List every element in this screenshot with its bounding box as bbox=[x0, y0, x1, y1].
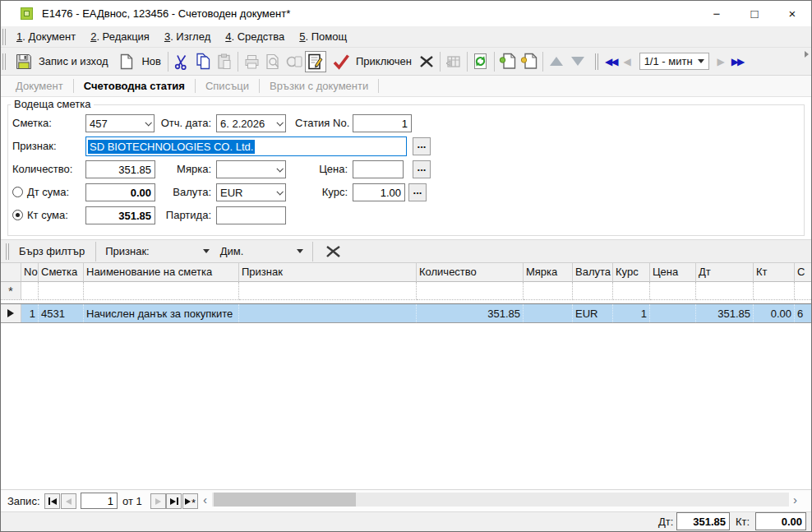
print-button[interactable] bbox=[241, 51, 262, 72]
cell-account[interactable]: 4531 bbox=[39, 304, 84, 322]
grid-header-rate[interactable]: Курс bbox=[613, 263, 650, 282]
cell-currency[interactable]: EUR bbox=[573, 304, 613, 322]
document-green-button[interactable] bbox=[497, 51, 519, 72]
cell-attribute[interactable] bbox=[239, 304, 417, 322]
account-combobox[interactable]: 457 bbox=[85, 114, 155, 132]
maximize-button[interactable]: □ bbox=[736, 1, 773, 26]
tab-schetovodna-statia[interactable]: Счетоводна статия bbox=[74, 79, 196, 93]
debit-sum-input[interactable] bbox=[85, 183, 155, 201]
horizontal-scrollbar[interactable] bbox=[212, 493, 789, 507]
credit-sum-radio[interactable] bbox=[12, 210, 23, 220]
close-icon: × bbox=[789, 7, 796, 21]
grid-header-extra[interactable]: С bbox=[795, 263, 811, 282]
grid-header-account[interactable]: Сметка bbox=[39, 263, 84, 282]
scroll-right-icon[interactable]: › bbox=[793, 493, 797, 507]
last-record-button[interactable]: ▶▶ bbox=[728, 56, 746, 67]
menu-item-dokument[interactable]: 1. Документ bbox=[9, 28, 83, 46]
attach-button[interactable] bbox=[284, 51, 305, 72]
menubar-grip[interactable] bbox=[2, 29, 6, 45]
price-input[interactable] bbox=[353, 160, 404, 178]
grid-header-attribute[interactable]: Признак bbox=[239, 263, 417, 282]
rate-input[interactable] bbox=[353, 183, 405, 201]
attribute-input[interactable]: SD BIOTECHNOLOGIES CO. Ltd. bbox=[85, 136, 407, 156]
currency-combobox[interactable]: EUR bbox=[216, 183, 286, 201]
cell-extra[interactable]: 6 bbox=[795, 304, 811, 322]
report-date-combobox[interactable]: 6. 2.2026 bbox=[216, 114, 286, 132]
new-row-button[interactable]: * bbox=[182, 493, 198, 509]
cell-debit[interactable]: 351.85 bbox=[696, 304, 754, 322]
rate-lookup-button[interactable]: ... bbox=[408, 183, 427, 201]
credit-sum-input[interactable] bbox=[85, 206, 155, 224]
filter-dim-combobox[interactable] bbox=[248, 243, 306, 260]
tab-dokument[interactable]: Документ bbox=[6, 79, 74, 93]
tab-vrazki-s-dokumenti[interactable]: Връзки с документи bbox=[260, 79, 379, 93]
document-yellow-button[interactable] bbox=[519, 51, 540, 72]
menu-item-pomosht[interactable]: 5. Помощ bbox=[292, 28, 354, 46]
delete-button[interactable] bbox=[416, 51, 437, 72]
menu-item-izgled[interactable]: 3. Изглед bbox=[157, 28, 218, 46]
toolbar-grip[interactable] bbox=[2, 53, 6, 70]
quantity-input[interactable] bbox=[85, 160, 155, 178]
last-row-button[interactable] bbox=[166, 493, 182, 509]
clear-filter-button[interactable] bbox=[324, 244, 342, 259]
next-row-button[interactable] bbox=[150, 493, 166, 509]
cell-quantity[interactable]: 351.85 bbox=[417, 304, 524, 322]
price-lookup-button[interactable]: ... bbox=[413, 160, 431, 178]
grid-header-quantity[interactable]: Количество bbox=[417, 263, 524, 282]
grid-new-row[interactable]: * bbox=[1, 282, 811, 300]
record-number-input[interactable] bbox=[81, 493, 118, 509]
edit-icon bbox=[307, 53, 324, 70]
first-record-button[interactable]: ◀◀ bbox=[602, 56, 620, 67]
journal-button[interactable] bbox=[443, 51, 464, 72]
grid-header-account-name[interactable]: Наименование на сметка bbox=[84, 263, 239, 282]
move-up-button[interactable] bbox=[546, 51, 567, 72]
completed-toggle[interactable]: Приключен bbox=[326, 50, 416, 73]
tab-spisatsi[interactable]: Списъци bbox=[196, 79, 260, 93]
minimize-button[interactable]: − bbox=[698, 1, 736, 26]
cell-unit[interactable] bbox=[524, 304, 573, 322]
batch-input[interactable] bbox=[216, 206, 286, 224]
debit-sum-radio[interactable] bbox=[12, 187, 23, 197]
move-down-button[interactable] bbox=[567, 51, 588, 72]
grid-header-currency[interactable]: Валута bbox=[573, 263, 613, 282]
print-preview-button[interactable] bbox=[262, 51, 284, 72]
previous-row-button[interactable] bbox=[61, 493, 76, 509]
new-row-indicator[interactable]: * bbox=[1, 282, 21, 300]
grid-selected-row[interactable]: 1 4531 Начислен данък за покупките 351.8… bbox=[1, 303, 811, 323]
new-button[interactable]: Нов bbox=[112, 50, 165, 73]
cell-price[interactable] bbox=[650, 304, 696, 322]
refresh-button[interactable] bbox=[470, 51, 491, 72]
grid-header-no[interactable]: No. bbox=[21, 263, 39, 282]
paste-button[interactable] bbox=[214, 51, 235, 72]
grid-header-credit[interactable]: Кт bbox=[754, 263, 795, 282]
scrollbar-thumb[interactable] bbox=[214, 493, 356, 507]
attribute-lookup-button[interactable]: ... bbox=[413, 137, 431, 155]
toolbar-overflow-icon[interactable] bbox=[805, 51, 809, 58]
scroll-left-icon[interactable]: ‹ bbox=[203, 493, 207, 507]
grid-header-price[interactable]: Цена bbox=[650, 263, 696, 282]
record-position-dropdown[interactable]: 1/1 - митн bbox=[639, 53, 709, 70]
toolbar-grip[interactable] bbox=[595, 53, 598, 70]
save-exit-button[interactable]: Запис и изход bbox=[9, 50, 112, 73]
edit-button[interactable] bbox=[305, 51, 326, 72]
cell-rate[interactable]: 1 bbox=[613, 304, 650, 322]
first-row-button[interactable] bbox=[44, 493, 60, 509]
previous-record-button[interactable]: ◀ bbox=[620, 56, 634, 67]
cut-button[interactable] bbox=[171, 51, 192, 72]
next-record-button[interactable]: ▶ bbox=[714, 56, 728, 67]
cell-account-name[interactable]: Начислен данък за покупките bbox=[84, 304, 239, 322]
unit-combobox[interactable] bbox=[216, 160, 286, 178]
grid-header-debit[interactable]: Дт bbox=[696, 263, 754, 282]
copy-button[interactable] bbox=[192, 51, 214, 72]
cell-no[interactable]: 1 bbox=[21, 304, 39, 322]
menu-item-sredstva[interactable]: 4. Средства bbox=[218, 28, 292, 46]
cell-credit[interactable]: 0.00 bbox=[754, 304, 795, 322]
grid-header-unit[interactable]: Мярка bbox=[524, 263, 573, 282]
close-button[interactable]: × bbox=[773, 1, 811, 26]
filter-attribute-combobox[interactable] bbox=[155, 243, 212, 260]
entry-no-input[interactable] bbox=[353, 114, 412, 132]
filterbar-grip[interactable] bbox=[6, 243, 9, 260]
menu-item-redakcia[interactable]: 2. Редакция bbox=[83, 28, 157, 46]
row-selector-cell[interactable] bbox=[1, 304, 21, 322]
quick-filter-button[interactable]: Бърз филтър bbox=[12, 245, 93, 257]
